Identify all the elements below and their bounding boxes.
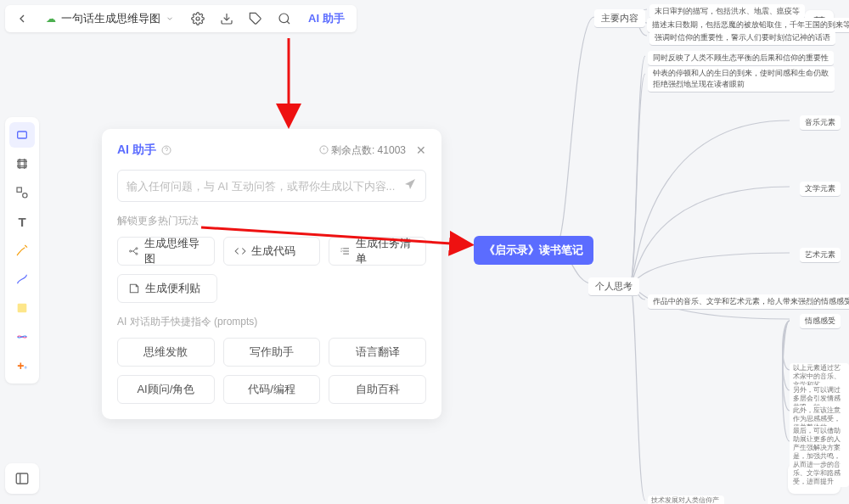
tool-frame[interactable] [9, 151, 35, 176]
svg-point-27 [136, 253, 138, 255]
tasklist-icon [340, 245, 351, 257]
mindmap-icon [128, 245, 139, 257]
mindmap-leaf[interactable]: 最后，可以借助助展让更多的人产生强解决方案是，加强共鸣，从而进一步的音乐、文学和… [790, 426, 849, 487]
points-remaining: 剩余点数: 41003 [319, 143, 406, 158]
tag-icon [249, 12, 262, 25]
connector-icon [15, 272, 29, 286]
document-title-dropdown[interactable]: ☁ 一句话生成思维导图 [37, 11, 183, 26]
annotation-arrow-1 [259, 34, 327, 136]
mindmap-leaf[interactable]: 作品中的音乐、文学和艺术元素，给人带来强烈的情感感受 [648, 294, 849, 310]
cloud-sync-icon: ☁ [46, 13, 56, 25]
download-icon [220, 12, 233, 25]
mindmap-leaf[interactable]: 技术发展对人类信仰产生的冲击，强调人类的价 [648, 496, 724, 504]
mindmap-node-main-content[interactable]: 主要内容 [594, 9, 645, 28]
ai-panel-title: AI 助手 [117, 143, 171, 158]
svg-point-25 [130, 250, 132, 252]
info-icon [319, 145, 329, 154]
tool-shape[interactable] [9, 180, 35, 205]
chip-generate-code[interactable]: 生成代码 [223, 237, 321, 266]
send-button[interactable] [403, 177, 417, 194]
mindmap-leaf[interactable]: 强调时信仰的重要性，警示人们要时刻信记神的话语 [649, 31, 835, 46]
tool-node[interactable] [9, 122, 35, 148]
help-icon[interactable] [161, 145, 171, 155]
chevron-down-icon [166, 14, 174, 23]
tool-pen[interactable] [9, 238, 35, 263]
chip-generate-sticky[interactable]: 生成便利贴 [117, 274, 217, 303]
flow-icon [15, 330, 29, 344]
ai-prompt-input[interactable] [127, 180, 403, 193]
prompt-code-programming[interactable]: 代码/编程 [223, 375, 321, 404]
prompt-writing-assistant[interactable]: 写作助手 [223, 338, 321, 367]
prompt-divergent-thinking[interactable]: 思维发散 [117, 338, 215, 367]
sticky-icon [15, 301, 29, 315]
search-button[interactable] [271, 7, 298, 31]
document-title: 一句话生成思维导图 [61, 11, 160, 26]
mindmap-leaf[interactable]: 钟表的停顿和人的生日的到来，使时间感和生命仍敢拒绝强烈地呈现在读者眼前 [648, 66, 835, 92]
svg-rect-17 [18, 304, 27, 313]
export-button[interactable] [213, 7, 240, 31]
section-prompts-label: AI 对话助手快捷指令 (prompts) [117, 315, 426, 329]
ai-assistant-panel: AI 助手 剩余点数: 41003 ✕ 解锁更多热门玩法 生成思维导图 生成代码 [102, 129, 441, 419]
svg-rect-18 [16, 473, 28, 484]
svg-point-16 [23, 193, 27, 198]
outline-icon [14, 471, 30, 486]
frame-icon [15, 157, 29, 171]
node-icon [15, 128, 29, 142]
tool-sticky[interactable] [9, 295, 35, 321]
mindmap-center-node[interactable]: 《启示录》读书笔记 [474, 236, 593, 265]
svg-point-0 [196, 17, 200, 20]
svg-rect-15 [17, 188, 21, 192]
tool-text[interactable]: T [9, 209, 35, 234]
search-icon [278, 12, 291, 25]
section-hot-label: 解锁更多热门玩法 [117, 214, 426, 228]
tag-button[interactable] [242, 7, 269, 31]
svg-point-26 [136, 248, 138, 249]
mindmap-leaf[interactable]: 情感感受 [800, 314, 841, 329]
svg-point-3 [279, 14, 289, 23]
svg-rect-9 [18, 132, 27, 138]
mindmap-node-personal-thoughts[interactable]: 个人思考 [588, 277, 639, 296]
ai-input-row [117, 170, 426, 202]
pen-icon [15, 244, 29, 257]
mindmap-leaf[interactable]: 音乐元素 [800, 115, 841, 131]
prompt-self-encyclopedia[interactable]: 自助百科 [329, 375, 426, 404]
sticky-note-icon [128, 283, 140, 294]
text-icon: T [18, 215, 25, 229]
tool-connector[interactable] [9, 266, 35, 292]
mindmap-leaf[interactable]: 同时反映了人类不顾生态平衡的后果和信仰的重要性 [648, 51, 834, 66]
prompt-translation[interactable]: 语言翻译 [329, 338, 426, 367]
send-icon [403, 177, 417, 191]
back-button[interactable] [8, 7, 36, 31]
outline-button[interactable] [5, 463, 39, 494]
mindmap-leaf[interactable]: 艺术元素 [800, 248, 841, 263]
tool-flow[interactable] [9, 324, 35, 350]
shape-icon [15, 186, 29, 199]
code-icon [234, 245, 246, 257]
ai-assistant-button[interactable]: AI 助手 [300, 11, 353, 26]
svg-line-4 [287, 21, 290, 24]
close-panel-button[interactable]: ✕ [416, 143, 426, 157]
left-tool-sidebar: T +▫ [5, 117, 39, 384]
settings-button[interactable] [184, 7, 211, 31]
chip-generate-mindmap[interactable]: 生成思维导图 [117, 237, 215, 266]
tool-add[interactable]: +▫ [9, 353, 35, 378]
plus-icon: +▫ [17, 359, 26, 372]
prompt-ai-consultant[interactable]: AI顾问/角色 [117, 375, 215, 404]
chip-generate-tasklist[interactable]: 生成任务清单 [329, 237, 426, 266]
gear-icon [191, 12, 205, 25]
top-toolbar: ☁ 一句话生成思维导图 AI 助手 [5, 5, 357, 32]
mindmap-leaf[interactable]: 文学元素 [800, 182, 841, 197]
